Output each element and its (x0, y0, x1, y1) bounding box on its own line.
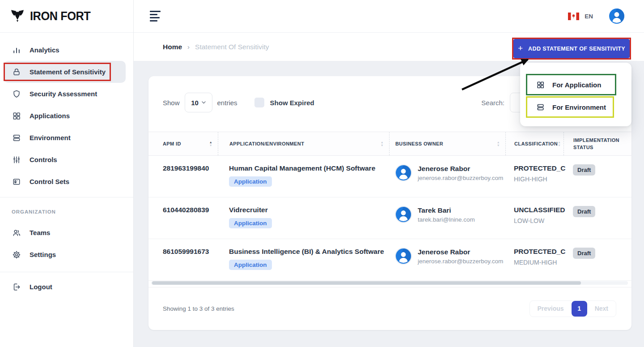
classification-value: PROTECTED_C (514, 248, 564, 256)
canada-flag-icon[interactable] (568, 13, 579, 20)
shield-icon (12, 90, 21, 99)
table-row[interactable]: 281963199840 Human Capital Management (H… (148, 156, 631, 197)
scrollbar-thumb[interactable] (152, 281, 581, 285)
table-row[interactable]: 861059991673 Business Intelligence (BI) … (148, 239, 631, 281)
cell-status: Draft (564, 248, 631, 259)
dropdown-item-for-application[interactable]: For Application (527, 75, 615, 94)
brand-bull-icon (10, 9, 25, 24)
cell-business-owner: Jenerose Rabor jenerose.rabor@buzzerboy.… (389, 164, 505, 181)
menu-toggle-icon[interactable] (150, 11, 161, 21)
sidebar-section-organization: ORGANIZATION (0, 197, 133, 222)
sidebar-item-label: Applications (30, 112, 70, 120)
cell-classification: PROTECTED_C MEDIUM-HIGH (505, 248, 564, 266)
sidebar: IRON FORT Analytics Statement of Sensiti… (0, 0, 134, 347)
table-header-row: APM ID ▲▼ APPLICATION/ENVIRONMENT ▲▼ BUS… (148, 132, 631, 156)
owner-avatar (395, 206, 412, 223)
sidebar-item-environment[interactable]: Environment (0, 127, 133, 149)
sliders-icon (12, 155, 21, 164)
cell-status: Draft (564, 164, 631, 176)
green-annotation-box: For Application (526, 74, 616, 95)
server-icon (12, 133, 21, 142)
sidebar-item-statement-of-sensitivity[interactable]: Statement of Sensitivity (4, 61, 126, 83)
application-name: Vidrecruiter (229, 206, 389, 214)
owner-email: jenerose.rabor@buzzerboy.com (418, 258, 503, 265)
dropdown-item-for-environment[interactable]: For Environment (527, 98, 613, 116)
sidebar-item-settings[interactable]: Settings (0, 244, 133, 266)
bar-chart-icon (12, 46, 21, 55)
status-badge: Draft (573, 248, 595, 259)
sidebar-item-logout[interactable]: Logout (0, 276, 133, 298)
classification-value: PROTECTED_C (514, 164, 564, 172)
column-header-implementation-status[interactable]: IMPLEMENTATION STATUS (564, 132, 631, 155)
cell-classification: UNCLASSIFIED LOW-LOW (505, 206, 564, 224)
sidebar-item-security-assessment[interactable]: Security Assessment (0, 83, 133, 105)
sidebar-item-label: Controls (30, 156, 57, 163)
sort-icon[interactable]: ▲▼ (381, 141, 384, 147)
classification-level: MEDIUM-HIGH (514, 259, 564, 266)
column-header-application-environment[interactable]: APPLICATION/ENVIRONMENT ▲▼ (218, 132, 389, 155)
sidebar-item-label: Environment (30, 134, 71, 141)
page: { "brand": { "name": "IRON FORT" }, "top… (0, 0, 644, 347)
yellow-annotation-box: For Environment (526, 96, 614, 118)
sidebar-item-teams[interactable]: Teams (0, 222, 133, 244)
column-header-apm-id[interactable]: APM ID ▲▼ (148, 132, 218, 155)
sidebar-item-label: Security Assessment (30, 90, 97, 98)
application-type-badge: Application (229, 218, 272, 228)
owner-email: jenerose.rabor@buzzerboy.com (418, 175, 503, 181)
owner-avatar (395, 248, 412, 265)
server-icon (536, 103, 545, 111)
entries-summary: Showing 1 to 3 of 3 entries (163, 305, 234, 312)
user-avatar[interactable] (609, 9, 624, 24)
table-row[interactable]: 610440280839 Vidrecruiter Application Ta… (148, 197, 631, 239)
horizontal-scrollbar[interactable] (151, 281, 628, 285)
cell-apm-id: 281963199840 (148, 164, 218, 172)
users-icon (12, 228, 21, 237)
brand-name: IRON FORT (30, 9, 90, 23)
owner-name: Jenerose Rabor (418, 164, 503, 173)
language-label[interactable]: EN (585, 13, 593, 20)
show-expired-checkbox[interactable] (254, 98, 264, 107)
pagination: Previous 1 Next (530, 300, 617, 317)
previous-page-button[interactable]: Previous (530, 301, 572, 316)
application-name: Business Intelligence (BI) & Analytics S… (229, 248, 389, 256)
column-header-classification[interactable]: CLASSIFICATION ▲▼ (505, 132, 564, 155)
classification-level: HIGH-HIGH (514, 176, 564, 183)
add-statement-of-sensitivity-button[interactable]: + ADD STATEMENT OF SENSITIVITY (513, 39, 630, 58)
page-size-select[interactable]: 10 (185, 93, 212, 112)
sidebar-item-controls[interactable]: Controls (0, 149, 133, 171)
page-size-value: 10 (191, 99, 199, 107)
sidebar-item-control-sets[interactable]: Control Sets (0, 171, 133, 193)
sort-icon[interactable]: ▲▼ (558, 141, 561, 147)
plus-icon: + (518, 44, 523, 52)
cell-application: Business Intelligence (BI) & Analytics S… (218, 248, 389, 270)
next-page-button[interactable]: Next (587, 301, 616, 316)
sort-icon[interactable]: ▲▼ (497, 141, 500, 147)
cell-application: Vidrecruiter Application (218, 206, 389, 228)
red-annotation-box: + ADD STATEMENT OF SENSITIVITY (512, 38, 631, 60)
cell-classification: PROTECTED_C HIGH-HIGH (505, 164, 564, 183)
column-header-business-owner[interactable]: BUSINESS OWNER ▲▼ (389, 132, 505, 155)
cell-application: Human Capital Management (HCM) Software … (218, 164, 389, 187)
sidebar-item-label: Statement of Sensitivity (30, 68, 106, 76)
grid-icon (12, 111, 21, 120)
brand-logo[interactable]: IRON FORT (0, 0, 133, 33)
sidebar-item-label: Control Sets (30, 178, 69, 185)
search-label: Search: (481, 99, 504, 107)
cell-business-owner: Tarek Bari tarek.bari@lnine.com (389, 206, 505, 223)
owner-avatar (395, 164, 412, 181)
breadcrumb-home-link[interactable]: Home (163, 43, 182, 51)
sidebar-item-label: Settings (30, 251, 56, 258)
owner-name: Tarek Bari (418, 206, 475, 214)
sort-icon[interactable]: ▲▼ (209, 141, 212, 147)
sidebar-nav: Analytics Statement of Sensitivity Secur… (0, 33, 133, 298)
chevron-down-icon (202, 101, 206, 104)
status-badge: Draft (573, 164, 595, 176)
sidebar-item-analytics[interactable]: Analytics (0, 39, 133, 61)
status-badge: Draft (573, 206, 595, 217)
current-page-button[interactable]: 1 (572, 301, 587, 317)
application-name: Human Capital Management (HCM) Software (229, 164, 389, 172)
application-type-badge: Application (229, 176, 272, 187)
sidebar-item-label: Teams (30, 229, 50, 236)
sidebar-item-applications[interactable]: Applications (0, 105, 133, 127)
owner-name: Jenerose Rabor (418, 248, 503, 256)
